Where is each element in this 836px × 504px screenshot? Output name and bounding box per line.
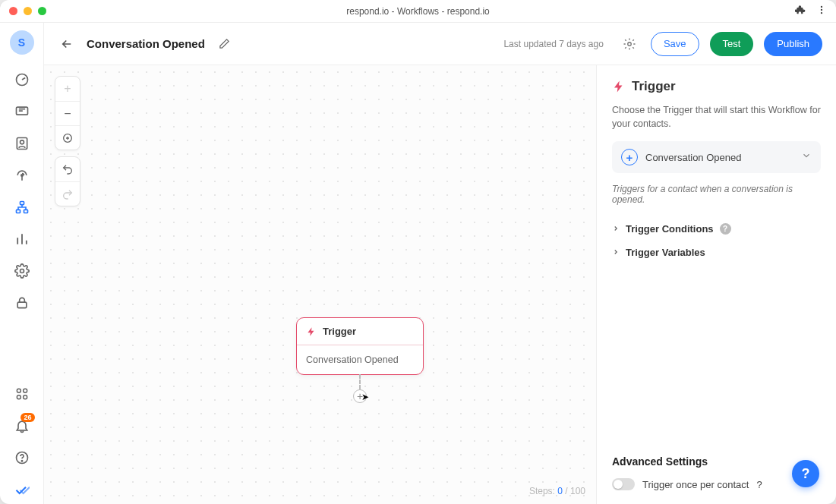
save-button[interactable]: Save (651, 32, 699, 56)
svg-rect-10 (24, 209, 27, 213)
steps-counter: Steps: 0 / 100 (529, 486, 585, 496)
trigger-node-header: Trigger (297, 318, 423, 345)
zoom-in-button[interactable]: + (55, 77, 80, 101)
svg-point-15 (17, 395, 21, 399)
svg-point-0 (821, 5, 822, 7)
chevron-down-icon (801, 150, 812, 164)
svg-rect-8 (20, 202, 24, 205)
sidebar-item-reports[interactable] (8, 225, 36, 254)
properties-panel: Trigger Choose the Trigger that will sta… (596, 65, 836, 504)
window-title: respond.io - Workflows - respond.io (0, 6, 836, 17)
fit-view-button[interactable] (55, 125, 80, 150)
sidebar-item-workflows[interactable] (8, 193, 36, 222)
connector-line (359, 374, 361, 389)
svg-rect-9 (16, 209, 20, 213)
workflow-title: Conversation Opened (87, 37, 205, 50)
chevron-right-icon (612, 247, 620, 258)
sidebar-item-contacts[interactable] (8, 129, 36, 158)
add-step-button[interactable]: + (353, 389, 367, 403)
svg-point-6 (20, 140, 24, 144)
trigger-once-row: Trigger once per contact ? (612, 478, 821, 490)
trigger-node[interactable]: Trigger Conversation Opened + (296, 317, 424, 375)
trigger-conditions-label: Trigger Conditions (626, 223, 714, 235)
svg-point-1 (821, 8, 822, 10)
trigger-variables-row[interactable]: Trigger Variables (612, 241, 821, 264)
kebab-menu-icon[interactable] (816, 5, 827, 18)
svg-rect-12 (17, 302, 27, 308)
svg-point-18 (21, 461, 22, 461)
sidebar-item-security[interactable] (8, 288, 36, 317)
sidebar-item-integrations[interactable] (8, 380, 36, 408)
minimize-window-button[interactable] (24, 7, 32, 15)
svg-point-16 (23, 395, 27, 399)
trigger-select[interactable]: + Conversation Opened (612, 141, 821, 173)
extension-icon[interactable] (795, 5, 806, 18)
svg-point-19 (628, 42, 632, 46)
sidebar: S (0, 23, 44, 504)
notification-badge: 26 (21, 413, 34, 422)
advanced-settings-title: Advanced Settings (612, 455, 821, 468)
sidebar-item-notifications[interactable]: 26 (8, 411, 36, 440)
trigger-conditions-row[interactable]: Trigger Conditions ? (612, 217, 821, 241)
lightning-icon (306, 326, 317, 337)
svg-point-11 (20, 269, 24, 273)
app-window: respond.io - Workflows - respond.io S (0, 0, 836, 504)
sidebar-item-help[interactable] (8, 443, 36, 472)
redo-button[interactable] (55, 181, 80, 206)
workflow-canvas[interactable]: + − (44, 65, 596, 504)
workflow-header: Conversation Opened Last updated 7 days … (44, 23, 836, 65)
publish-button[interactable]: Publish (764, 32, 822, 56)
plus-circle-icon: + (621, 149, 638, 165)
lightning-icon (612, 80, 626, 93)
sidebar-item-settings[interactable] (8, 257, 36, 285)
last-updated-text: Last updated 7 days ago (503, 39, 603, 49)
sidebar-item-checkmarks[interactable] (8, 475, 36, 504)
avatar[interactable]: S (10, 30, 34, 55)
undo-button[interactable] (55, 157, 80, 181)
trigger-variables-label: Trigger Variables (626, 247, 705, 258)
sidebar-item-dashboard[interactable] (8, 65, 36, 94)
canvas-tools: + − (55, 76, 80, 206)
trigger-node-title: Trigger (323, 326, 356, 337)
help-icon[interactable]: ? (756, 479, 762, 490)
panel-title: Trigger (612, 79, 821, 94)
close-window-button[interactable] (9, 7, 17, 15)
svg-point-13 (17, 389, 21, 392)
maximize-window-button[interactable] (38, 7, 46, 15)
trigger-select-label: Conversation Opened (645, 152, 793, 163)
test-button[interactable]: Test (710, 32, 754, 56)
sidebar-item-broadcast[interactable] (8, 161, 36, 190)
help-fab-button[interactable]: ? (792, 460, 819, 487)
trigger-once-toggle[interactable] (612, 478, 635, 490)
trigger-node-body: Conversation Opened (297, 345, 423, 374)
sidebar-item-messages[interactable] (8, 97, 36, 126)
svg-point-2 (821, 11, 822, 13)
svg-point-14 (23, 389, 27, 392)
help-icon[interactable]: ? (720, 223, 731, 235)
panel-description: Choose the Trigger that will start this … (612, 103, 821, 131)
back-button[interactable] (58, 35, 76, 53)
window-controls (9, 7, 46, 15)
titlebar: respond.io - Workflows - respond.io (0, 0, 836, 23)
avatar-initial: S (18, 36, 25, 49)
main: Conversation Opened Last updated 7 days … (44, 23, 836, 504)
edit-title-button[interactable] (216, 35, 234, 53)
zoom-out-button[interactable]: − (55, 101, 80, 125)
workflow-settings-button[interactable] (619, 33, 640, 55)
chevron-right-icon (612, 223, 620, 235)
trigger-hint: Triggers for a contact when a conversati… (612, 184, 821, 205)
trigger-once-label: Trigger once per contact (642, 479, 749, 490)
